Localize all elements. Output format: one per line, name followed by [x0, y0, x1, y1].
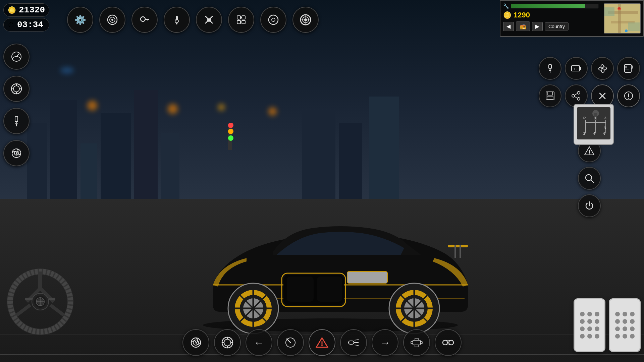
repair-button[interactable]: [196, 7, 222, 33]
chain-button[interactable]: [435, 329, 462, 356]
timer-value: 03:34: [17, 20, 43, 30]
svg-text:2: 2: [583, 132, 585, 135]
rim-button[interactable]: [3, 76, 30, 102]
left-sidebar: [3, 44, 30, 166]
coins-icon: 🪙: [8, 6, 16, 14]
wheel-button[interactable]: [292, 7, 319, 33]
svg-text:6: 6: [603, 132, 605, 135]
svg-rect-25: [460, 245, 461, 258]
spark-plug-button[interactable]: [3, 108, 30, 134]
fan-button[interactable]: [591, 57, 614, 80]
svg-rect-90: [547, 96, 553, 100]
svg-rect-89: [548, 92, 552, 95]
svg-rect-136: [49, 298, 55, 300]
turbo-bottom-button[interactable]: [182, 329, 209, 356]
map-location: Country: [545, 22, 569, 31]
svg-text:5: 5: [604, 126, 606, 129]
headlight-button[interactable]: [340, 329, 367, 356]
svg-line-153: [355, 345, 359, 346]
svg-line-106: [591, 180, 594, 183]
svg-rect-75: [549, 64, 551, 69]
steering-wheel[interactable]: [7, 268, 74, 335]
svg-rect-61: [15, 116, 18, 122]
timer-icon: ⏱: [8, 21, 14, 29]
svg-rect-150: [348, 341, 354, 344]
svg-point-54: [16, 56, 17, 57]
svg-text:R: R: [583, 116, 586, 120]
svg-rect-42: [242, 20, 245, 24]
svg-rect-35: [176, 23, 177, 24]
svg-point-56: [13, 86, 19, 92]
svg-rect-85: [631, 66, 633, 68]
fuel-bar-fill: [511, 4, 585, 8]
svg-rect-135: [25, 298, 32, 300]
svg-rect-39: [237, 16, 240, 19]
svg-line-95: [575, 97, 577, 98]
svg-rect-154: [413, 340, 420, 345]
alert-button[interactable]: [617, 84, 640, 107]
settings-button[interactable]: ⚙️: [67, 7, 93, 33]
fuel-gauge-button[interactable]: [617, 57, 640, 80]
svg-point-93: [577, 98, 580, 100]
svg-rect-31: [147, 19, 148, 20]
wiper-button[interactable]: [277, 329, 304, 356]
svg-rect-5: [347, 272, 387, 283]
svg-point-28: [111, 19, 113, 21]
svg-rect-3: [287, 277, 314, 302]
map-prev-button[interactable]: ◀: [503, 22, 514, 31]
svg-point-160: [449, 340, 453, 345]
transmission-button[interactable]: [164, 7, 190, 33]
svg-marker-62: [15, 122, 18, 124]
svg-rect-78: [572, 66, 580, 71]
brake-pedal[interactable]: [574, 298, 605, 352]
spark-right-button[interactable]: [539, 57, 561, 80]
pedals-panel: [574, 298, 641, 352]
gearbox-button[interactable]: [228, 7, 254, 33]
power-button[interactable]: [578, 194, 601, 217]
gear-shift-panel: R 1 3 5 2 4 6: [574, 104, 614, 145]
svg-rect-23: [448, 245, 468, 247]
svg-line-152: [355, 340, 359, 340]
right-row-1: +-: [539, 57, 640, 80]
svg-rect-41: [237, 20, 240, 24]
turn-right-button[interactable]: →: [372, 329, 398, 356]
svg-point-159: [443, 340, 447, 345]
svg-text:4: 4: [593, 132, 595, 135]
hazard-button[interactable]: [309, 329, 335, 356]
svg-point-100: [628, 98, 629, 99]
svg-rect-79: [580, 67, 581, 70]
svg-text:+: +: [574, 67, 576, 71]
svg-point-74: [625, 29, 628, 32]
turbo-left-button[interactable]: [3, 140, 30, 166]
gas-pedal[interactable]: [609, 298, 641, 352]
svg-rect-70: [604, 7, 614, 16]
svg-line-94: [575, 94, 577, 95]
svg-rect-4: [317, 277, 342, 302]
minimap-view[interactable]: [604, 3, 641, 34]
svg-line-128: [50, 305, 64, 315]
parts-button[interactable]: [260, 7, 286, 33]
brake-disc-button[interactable]: [214, 329, 241, 356]
svg-text:3: 3: [604, 116, 606, 120]
paint-button[interactable]: [99, 7, 125, 33]
car-display: [67, 134, 594, 335]
bottom-toolbar: ← →: [182, 329, 462, 356]
svg-point-149: [321, 345, 323, 347]
svg-rect-40: [242, 16, 245, 19]
svg-marker-76: [549, 69, 551, 71]
speedometer-button[interactable]: [3, 44, 30, 70]
keys-button[interactable]: [131, 7, 158, 33]
svg-rect-32: [148, 19, 149, 20]
turn-left-button[interactable]: ←: [246, 329, 272, 356]
save-button[interactable]: [539, 84, 561, 107]
coins-stat: 🪙 21320: [3, 3, 49, 17]
engine-button[interactable]: [403, 329, 430, 356]
coins-value: 21320: [19, 5, 45, 15]
map-next-button[interactable]: ▶: [532, 22, 543, 31]
timer-stat: ⏱ 03:34: [3, 18, 49, 32]
svg-line-127: [17, 305, 30, 315]
svg-point-91: [577, 92, 580, 94]
svg-text:-: -: [576, 67, 577, 71]
search-button[interactable]: [578, 167, 601, 190]
battery-button[interactable]: +-: [565, 57, 588, 80]
